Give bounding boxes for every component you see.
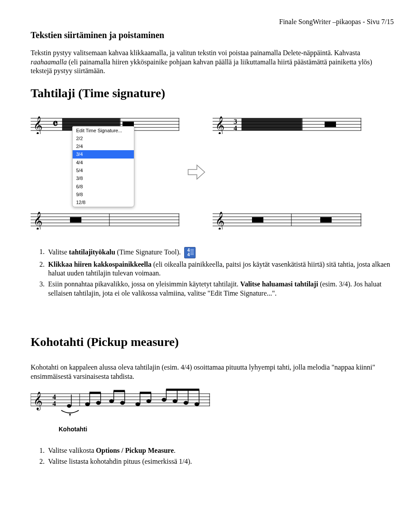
svg-point-65: [136, 402, 140, 406]
list-item: Valitse tahtilajityökalu (Time Signature…: [46, 247, 394, 258]
kohotahti-figure: 𝄞 4 4: [31, 388, 394, 433]
menu-item-3-8[interactable]: 3/8: [73, 174, 134, 182]
svg-rect-41: [320, 217, 332, 222]
para-text-after: (eli painamalla hiiren ykköspainike pohj…: [31, 58, 372, 75]
k-li1-before: Valitse valikosta: [48, 447, 96, 454]
li3-a: Esiin ponnahtaa pikavalikko, jossa on yl…: [48, 280, 240, 288]
menu-item-5-4[interactable]: 5/4: [73, 166, 134, 174]
svg-rect-40: [252, 217, 263, 222]
list-item: Esiin ponnahtaa pikavalikko, jossa on yl…: [46, 280, 394, 298]
svg-point-72: [173, 399, 177, 403]
section-title-text-move: Tekstien siirtäminen ja poistaminen: [31, 29, 394, 41]
svg-point-60: [109, 399, 114, 403]
menu-item-4-4[interactable]: 4/4: [73, 159, 134, 166]
svg-text:𝄞: 𝄞: [33, 391, 42, 411]
svg-rect-64: [114, 390, 125, 392]
svg-point-55: [85, 402, 90, 406]
menu-item-6-8[interactable]: 6/8: [73, 183, 134, 190]
kohotahti-staff: 𝄞 4 4: [31, 388, 210, 423]
svg-rect-19: [70, 217, 81, 222]
staff-left-top-with-menu: 𝄞 𝄴 Edit Time Signature... 2/2 2/4 3/4 4…: [31, 115, 179, 134]
k-li1-after: .: [174, 447, 175, 454]
svg-point-76: [195, 402, 199, 406]
staff-right-top: 𝄞 3 4: [213, 115, 361, 134]
menu-item-2-4[interactable]: 2/4: [73, 142, 134, 150]
li1-after: (Time Signature Tool).: [115, 248, 182, 255]
menu-item-edit[interactable]: Edit Time Signature...: [73, 127, 134, 134]
svg-rect-30: [242, 118, 302, 130]
staff-left-bottom: 𝄞: [31, 210, 179, 229]
list-item: Klikkaa hiiren kakkospainikkeella (eli o…: [46, 260, 394, 279]
list-item: Valitse listasta kohotahdin pituus (esim…: [46, 457, 394, 466]
para-text-before: Tekstin pystyy valitsemaan kahvaa klikka…: [31, 49, 360, 56]
svg-rect-69: [140, 392, 151, 394]
arrow-right-icon: [186, 162, 206, 183]
kohotahti-paragraph: Kohotahti on kappaleen alussa oleva taht…: [31, 363, 394, 381]
menu-item-2-2[interactable]: 2/2: [73, 134, 134, 142]
li2-bold: Klikkaa hiiren kakkospainikkeella: [48, 261, 151, 268]
section-title-timesig: Tahtilaji (Time signature): [31, 85, 394, 101]
kohotahti-brace-label: Kohotahti: [59, 425, 394, 433]
time-signature-tool-icon: 4 4: [184, 247, 196, 258]
svg-rect-78: [166, 389, 199, 391]
li3-bold: Valitse haluamasi tahtilaji: [240, 280, 318, 288]
section1-paragraph: Tekstin pystyy valitsemaan kahvaa klikka…: [31, 49, 394, 76]
svg-point-53: [67, 404, 71, 408]
svg-text:𝄞: 𝄞: [33, 116, 42, 134]
list-item: Valitse valikosta Options / Pickup Measu…: [46, 446, 394, 455]
svg-text:𝄞: 𝄞: [33, 212, 42, 229]
tool-icon-bottom-digit: 4: [187, 253, 190, 257]
li1-before: Valitse: [48, 248, 69, 255]
kohotahti-instructions: Valitse valikosta Options / Pickup Measu…: [38, 446, 394, 466]
section-title-kohotahti: Kohotahti (Pickup measure): [31, 334, 394, 350]
para-italic-word: raahaamalla: [31, 58, 67, 66]
svg-text:𝄞: 𝄞: [215, 212, 224, 229]
svg-rect-31: [325, 122, 336, 127]
menu-item-9-8[interactable]: 9/8: [73, 190, 134, 198]
svg-text:𝄞: 𝄞: [215, 116, 224, 134]
svg-point-57: [96, 401, 101, 405]
k-li1-bold: Options / Pickup Measure: [96, 447, 174, 454]
svg-point-70: [162, 398, 166, 402]
tool-icon-staff-lines: [190, 249, 194, 256]
svg-point-67: [147, 399, 151, 403]
staff-right-bottom: 𝄞: [213, 210, 361, 229]
svg-point-62: [120, 401, 125, 405]
svg-rect-59: [90, 392, 101, 394]
menu-item-12-8[interactable]: 12/8: [73, 198, 134, 206]
page-header: Finale SongWriter –pikaopas - Sivu 7/15: [31, 18, 394, 27]
li1-bold: tahtilajityökalu: [69, 248, 116, 255]
svg-text:𝄴: 𝄴: [52, 117, 58, 130]
menu-item-3-4[interactable]: 3/4: [73, 150, 134, 158]
timesig-figure: 𝄞 𝄴 Edit Time Signature... 2/2 2/4 3/4 4…: [31, 115, 394, 229]
timesig-context-menu[interactable]: Edit Time Signature... 2/2 2/4 3/4 4/4 5…: [72, 126, 134, 207]
svg-text:4: 4: [52, 400, 56, 407]
timesig-instructions: Valitse tahtilajityökalu (Time Signature…: [38, 247, 394, 298]
svg-point-74: [184, 401, 188, 405]
svg-text:4: 4: [234, 124, 237, 132]
